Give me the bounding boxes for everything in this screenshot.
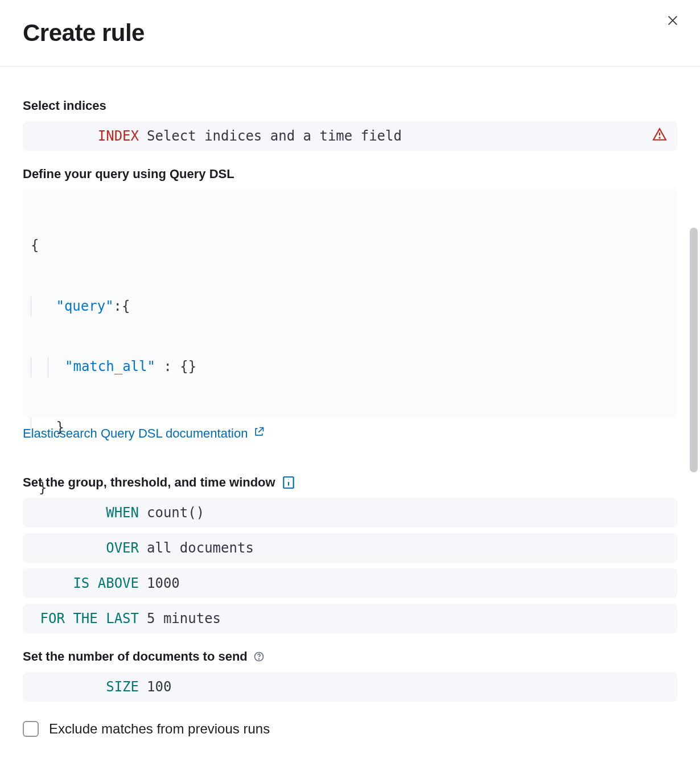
expr-when[interactable]: WHEN count()	[23, 498, 677, 527]
code-key-query: "query"	[56, 296, 113, 317]
expr-over-value: all documents	[147, 540, 254, 556]
select-indices-label: Select indices	[23, 98, 677, 113]
query-dsl-label: Define your query using Query DSL	[23, 167, 677, 182]
code-brace-close-inner: }	[56, 418, 64, 438]
expr-over[interactable]: OVER all documents	[23, 533, 677, 563]
expr-size-keyword: SIZE	[33, 679, 147, 695]
close-icon	[666, 14, 679, 29]
svg-point-3	[659, 137, 660, 138]
expr-over-keyword: OVER	[33, 540, 147, 556]
size-label: Set the number of documents to send	[23, 649, 677, 664]
expr-isabove-keyword: IS ABOVE	[33, 575, 147, 591]
svg-point-8	[258, 659, 259, 659]
expr-isabove-value: 1000	[147, 575, 180, 591]
exclude-matches-checkbox[interactable]	[23, 721, 39, 737]
expr-forthelast-value: 5 minutes	[147, 611, 221, 626]
page-title: Create rule	[23, 19, 677, 47]
code-colon-spc: :	[155, 357, 180, 377]
warning-icon	[652, 127, 667, 145]
expr-when-keyword: WHEN	[33, 505, 147, 521]
help-icon[interactable]	[253, 651, 265, 662]
close-button[interactable]	[662, 11, 683, 32]
section-query-dsl: Define your query using Query DSL { "que…	[23, 167, 677, 459]
query-dsl-editor[interactable]: { "query" :{ "match_all" : {} }	[23, 189, 677, 417]
dialog-content: Select indices INDEX Select indices and …	[0, 67, 700, 760]
code-gutter	[31, 357, 48, 377]
index-keyword: INDEX	[33, 128, 147, 144]
expr-isabove[interactable]: IS ABOVE 1000	[23, 568, 677, 598]
expr-forthelast[interactable]: FOR THE LAST 5 minutes	[23, 604, 677, 633]
code-key-matchall: "match_all"	[65, 357, 155, 377]
section-threshold: Set the group, threshold, and time windo…	[23, 475, 677, 633]
dialog-header: Create rule	[0, 0, 700, 67]
scrollbar-thumb[interactable]	[690, 228, 698, 472]
expr-when-value: count()	[147, 505, 204, 521]
code-gutter	[31, 296, 48, 317]
index-expression[interactable]: INDEX Select indices and a time field	[23, 121, 677, 151]
code-brace-close-outer: }	[39, 478, 47, 498]
expr-size-value: 100	[147, 679, 171, 695]
exclude-matches-label[interactable]: Exclude matches from previous runs	[49, 721, 270, 737]
code-colon-open: :{	[114, 296, 130, 317]
section-size: Set the number of documents to send SIZE…	[23, 649, 677, 702]
size-label-text: Set the number of documents to send	[23, 649, 248, 664]
exclude-matches-row: Exclude matches from previous runs	[23, 721, 677, 737]
code-gutter	[31, 418, 48, 438]
section-select-indices: Select indices INDEX Select indices and …	[23, 98, 677, 151]
code-empty-obj: {}	[180, 357, 196, 377]
index-placeholder: Select indices and a time field	[147, 128, 402, 144]
expr-size[interactable]: SIZE 100	[23, 672, 677, 702]
code-gutter	[48, 357, 65, 377]
code-brace-open: {	[31, 236, 39, 256]
expr-forthelast-keyword: FOR THE LAST	[33, 611, 147, 626]
